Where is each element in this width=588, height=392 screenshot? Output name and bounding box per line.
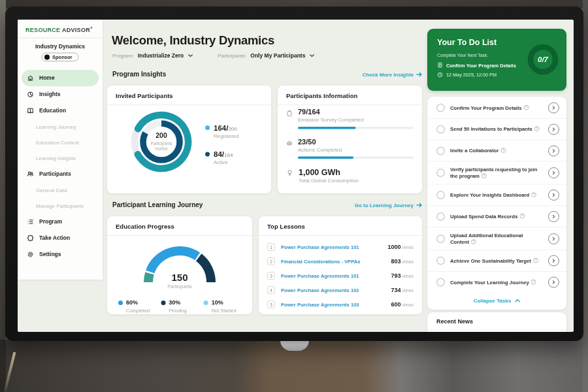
- sidebar-item-participants[interactable]: Participants: [18, 166, 103, 182]
- task-open-button[interactable]: [548, 189, 559, 201]
- info-value: 23/50: [298, 138, 414, 146]
- sidebar-item-education[interactable]: Education: [18, 103, 103, 119]
- info-label: Emission Survey Completed: [298, 117, 414, 123]
- legend-text: 30%Pending: [169, 299, 187, 313]
- background-bottom-left-shade: [0, 340, 235, 392]
- task-checkbox[interactable]: [436, 146, 445, 155]
- todo-task-upload-additional-educational-content: Upload Additional Educational Content: [427, 227, 566, 250]
- task-checkbox[interactable]: [436, 125, 445, 133]
- sidebar-item-label: Program: [39, 219, 62, 225]
- sidebar-item-label: General Data: [36, 188, 67, 193]
- invited-legend-item: 84/164Active: [205, 150, 239, 166]
- task-label: Confirm Your Program Details: [450, 105, 546, 111]
- collapse-tasks-label: Collapse Tasks: [474, 298, 512, 304]
- sidebar-item-label: Learning Journey: [36, 124, 76, 130]
- brand-logo[interactable]: RESOURCEADVISOR+: [18, 20, 103, 39]
- check-more-insights-link[interactable]: Check More Insights: [363, 71, 422, 77]
- task-open-button[interactable]: [548, 123, 559, 135]
- participants-information-row: 79/164Emission Survey Completed: [286, 108, 414, 129]
- invited-legend-item: 164/200Registered: [205, 123, 239, 139]
- clipboard-icon: [286, 110, 293, 117]
- gauge-segment: [150, 251, 197, 272]
- task-open-button[interactable]: [548, 255, 559, 267]
- todo-task-send-50-invitations-to-participants: Send 50 Invitations to Participants: [427, 118, 566, 140]
- lesson-title[interactable]: Power Purchase Agreements 103: [281, 302, 391, 308]
- task-open-button[interactable]: [548, 167, 559, 178]
- lesson-title[interactable]: Power Purchase Agreements 102: [281, 287, 391, 293]
- sidebar-item-manage-participants[interactable]: Manage Participants: [18, 198, 103, 214]
- bulb-icon: [286, 169, 293, 176]
- sidebar-item-education-content[interactable]: Education Content: [18, 135, 103, 150]
- program-filter[interactable]: Program: Industrialize Zero: [112, 52, 193, 59]
- go-to-learning-journey-link[interactable]: Go to Learning Journey: [355, 202, 422, 208]
- lesson-title[interactable]: Power Purchase Agreements 101: [281, 244, 387, 250]
- chevron-right-icon: [552, 127, 556, 131]
- learning-journey-header: Participant Learning Journey Go to Learn…: [112, 201, 422, 209]
- clock-icon: [437, 72, 443, 78]
- task-open-button[interactable]: [548, 145, 559, 156]
- progress-bar: [298, 157, 414, 159]
- sidebar-item-insights[interactable]: Insights: [18, 86, 103, 103]
- participants-information-row: 23/50Actions Completed: [286, 138, 414, 159]
- task-label: Upload Spend Data Records: [450, 213, 546, 220]
- participants-filter[interactable]: Participants: Only My Participants: [218, 52, 314, 59]
- task-checkbox[interactable]: [436, 169, 445, 177]
- views-label: views: [402, 287, 414, 293]
- sidebar-item-learning-insights[interactable]: Learning Insights: [18, 150, 103, 166]
- task-checkbox[interactable]: [436, 191, 445, 199]
- chevron-right-icon: [552, 106, 556, 110]
- task-checkbox[interactable]: [436, 103, 445, 112]
- arrow-right-icon: [416, 71, 422, 77]
- collapse-tasks-link[interactable]: Collapse Tasks: [427, 293, 566, 309]
- lesson-rank: 4: [267, 286, 275, 294]
- sidebar-item-general-data[interactable]: General Data: [18, 182, 103, 198]
- brand-advisor: ADVISOR: [62, 27, 90, 33]
- task-open-button[interactable]: [548, 102, 559, 113]
- info-value: 79/164: [298, 108, 414, 116]
- todo-task-complete-your-learning-journey: Complete Your Learning Journey: [427, 271, 566, 293]
- sidebar-item-settings[interactable]: Settings: [18, 246, 103, 263]
- dashboard-screen: RESOURCEADVISOR+ Industry Dynamics Spons…: [18, 20, 574, 332]
- program-filter-label: Program:: [112, 53, 134, 59]
- info-icon: [532, 257, 538, 263]
- todo-task-explore-your-insights-dashboard: Explore Your Insights Dashboard: [427, 184, 566, 206]
- sidebar-item-label: Participants: [39, 171, 71, 178]
- sidebar-item-label: Learning Insights: [36, 155, 76, 161]
- scene: RESOURCEADVISOR+ Industry Dynamics Spons…: [0, 0, 588, 392]
- sidebar-item-label: Home: [39, 75, 55, 82]
- lesson-title[interactable]: Financial Considerations - VPPAs: [281, 259, 391, 265]
- info-value: 1,000 GWh: [299, 167, 359, 177]
- top-lessons-title: Top Lessons: [259, 216, 422, 236]
- learning-journey-title: Participant Learning Journey: [112, 201, 203, 209]
- task-label: Achieve One Sustainability Target: [450, 257, 546, 264]
- info-icon: [531, 191, 537, 197]
- sidebar-item-program[interactable]: Program: [18, 214, 103, 230]
- brand-resource: RESOURCE: [25, 27, 60, 33]
- sidebar-item-learning-journey[interactable]: Learning Journey: [18, 119, 103, 135]
- lesson-title[interactable]: Power Purchase Agreements 101: [281, 273, 391, 279]
- legend-dot: [205, 125, 210, 130]
- background-right-strip: [583, 0, 588, 392]
- task-checkbox[interactable]: [436, 212, 445, 221]
- task-open-button[interactable]: [548, 211, 559, 222]
- sponsor-badge-icon: [44, 54, 50, 59]
- sidebar-item-take-action[interactable]: Take Action: [18, 230, 103, 246]
- todo-title: Your To Do List: [437, 38, 497, 48]
- legend-value: 60%: [126, 299, 150, 306]
- task-checkbox[interactable]: [436, 235, 445, 243]
- puzzle-icon: [27, 235, 34, 242]
- task-checkbox[interactable]: [436, 257, 445, 265]
- task-checkbox[interactable]: [436, 278, 445, 287]
- lesson-row: 5Power Purchase Agreements 103600views: [267, 297, 414, 312]
- sidebar-item-home[interactable]: Home: [22, 70, 99, 86]
- participants-information-title: Participants Information: [278, 86, 422, 105]
- task-open-button[interactable]: [548, 233, 559, 244]
- legend-label: Completed: [126, 308, 150, 314]
- lesson-views: 803views: [391, 258, 414, 265]
- legend-dot: [118, 301, 123, 305]
- lesson-rank: 3: [267, 272, 275, 280]
- todo-task-confirm-your-program-details: Confirm Your Program Details: [427, 97, 566, 118]
- task-open-button[interactable]: [548, 277, 559, 288]
- home-icon: [27, 74, 34, 82]
- info-icon: [531, 279, 536, 285]
